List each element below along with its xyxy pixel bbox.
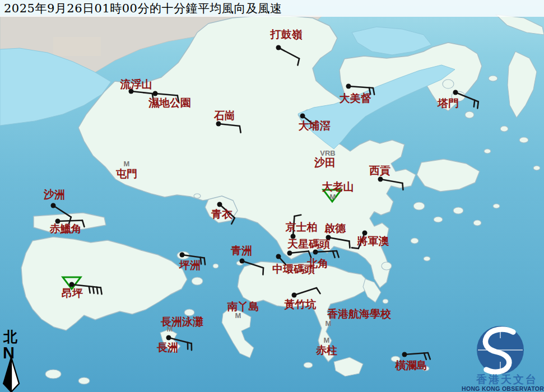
station-dot xyxy=(287,251,292,256)
data-status-marker: M xyxy=(124,160,130,168)
map-canvas: 打鼓嶺流浮山濕地公園石崗大埔滘大美督塔門VRB沙田M屯門西貢M大老山沙洲赤鱲角青… xyxy=(0,0,544,392)
station-dot xyxy=(276,45,281,50)
station-label: 青洲 xyxy=(230,244,252,256)
station-label: 天星碼頭 xyxy=(287,237,330,250)
wind-map: 打鼓嶺流浮山濕地公園石崗大埔滘大美督塔門VRB沙田M屯門西貢M大老山沙洲赤鱲角青… xyxy=(0,0,544,392)
station-label: 大埔滘 xyxy=(299,119,331,132)
north-label-n: N xyxy=(3,344,15,362)
station-label: 京士柏 xyxy=(285,221,318,233)
station-label: 長洲 xyxy=(156,341,178,353)
station-label: 塔門 xyxy=(437,97,459,109)
wind-barb-tick xyxy=(263,268,263,274)
urban-texture xyxy=(53,37,101,56)
station-dot xyxy=(453,90,458,95)
station-dot xyxy=(240,259,245,264)
station-label: 香港航海學校 xyxy=(327,307,392,320)
station-dot xyxy=(402,352,407,357)
wind-barb-tick xyxy=(474,100,475,107)
wind-barb-tick xyxy=(97,287,98,294)
station-dot xyxy=(51,203,56,208)
wind-barb-tick xyxy=(204,258,205,265)
wind-barb-tick xyxy=(477,101,478,108)
station-label: 大美督 xyxy=(340,92,371,104)
station-dot xyxy=(313,250,318,255)
wind-barb-tick xyxy=(349,241,350,248)
station-dot xyxy=(292,293,297,298)
data-status-marker: M xyxy=(235,311,241,320)
wind-barb-tick xyxy=(352,248,359,248)
station-dot xyxy=(216,122,221,127)
hko-logo-name-en: HONG KONG OBSERVATORY xyxy=(462,385,544,392)
station-label: 長洲泳灘 xyxy=(160,315,203,328)
data-status-marker: M xyxy=(324,336,330,344)
station-label: 青衣 xyxy=(211,208,233,220)
tap-mun-islet xyxy=(443,80,454,88)
station-label: 西貢 xyxy=(369,164,390,176)
station-label: 將軍澳 xyxy=(357,235,389,247)
station-label: 南丫島 xyxy=(227,300,259,312)
station-label: 石崗 xyxy=(213,109,235,122)
station-dot xyxy=(346,84,351,89)
wind-barb-tick xyxy=(240,126,241,133)
station-label: 啟德 xyxy=(324,222,346,234)
station-label: 橫瀾島 xyxy=(395,359,427,371)
station-dot xyxy=(276,254,281,259)
station-dot xyxy=(300,114,305,119)
map-title-bar: 2025年9月26日01時00分的十分鐘平均風向及風速 xyxy=(0,0,544,17)
station-label: 赤柱 xyxy=(315,344,337,356)
data-status-marker: M xyxy=(330,193,336,201)
wind-barb-tick xyxy=(402,183,403,190)
station-dot xyxy=(378,177,383,182)
station-dot xyxy=(180,253,185,258)
station-dot xyxy=(153,91,158,96)
data-status-marker: M xyxy=(326,319,332,328)
station-dot xyxy=(166,335,171,340)
station-label: 赤鱲角 xyxy=(49,222,82,235)
wind-barb-tick xyxy=(93,287,94,293)
north-label-cn: 北 xyxy=(3,329,18,345)
map-title: 2025年9月26日01時00分的十分鐘平均風向及風速 xyxy=(0,1,282,16)
wind-barb-shaft xyxy=(58,220,82,221)
station-label: 打鼓嶺 xyxy=(270,28,303,40)
station-label: 沙洲 xyxy=(43,188,65,200)
station-label: 黃竹坑 xyxy=(284,298,317,310)
station-dot xyxy=(217,202,222,207)
station-label: 濕地公園 xyxy=(148,96,191,109)
hko-logo-name-cn: 香港天文台 xyxy=(476,373,538,385)
station-label: 中環碼頭 xyxy=(272,263,315,275)
wind-barb-tick xyxy=(101,287,102,294)
station-label: 大老山 xyxy=(322,180,354,193)
station-label: 屯門 xyxy=(115,167,137,180)
station-label: 沙田 xyxy=(314,156,336,169)
wind-barb-tick xyxy=(89,286,90,293)
station-label: 坪洲 xyxy=(179,259,201,271)
station-label: 昂坪 xyxy=(62,287,83,299)
station-label: 流浮山 xyxy=(120,78,152,90)
